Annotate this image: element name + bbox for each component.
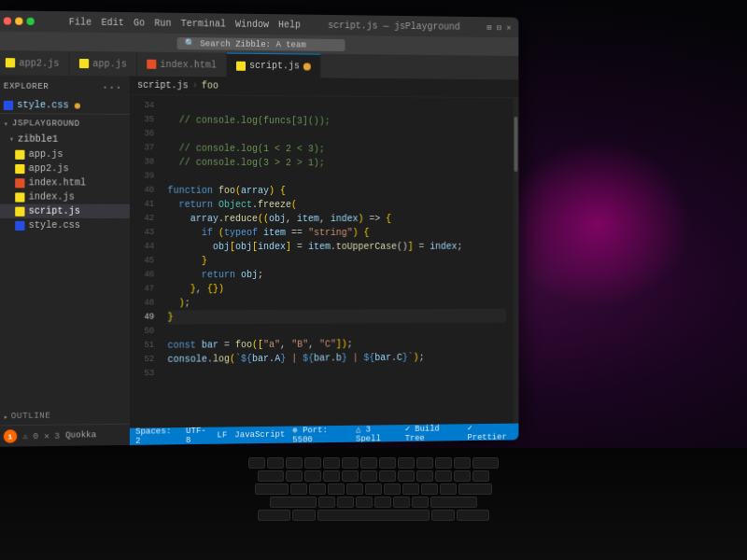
key-alt <box>292 510 316 521</box>
folder-zibble1[interactable]: ▾ zibble1 <box>0 131 130 147</box>
menu-terminal[interactable]: Terminal <box>181 18 226 29</box>
keyboard-row-3 <box>0 483 747 495</box>
keyboard-area <box>0 448 747 560</box>
html-icon <box>147 60 156 69</box>
line-num: 50 <box>130 325 160 339</box>
status-language[interactable]: JavaScript <box>234 430 285 441</box>
line-num: 38 <box>130 155 160 169</box>
notification-badge[interactable]: 1 <box>4 429 17 442</box>
key <box>360 470 377 482</box>
key <box>290 483 307 495</box>
line-num: 42 <box>130 212 160 226</box>
code-line-45: } <box>167 254 505 269</box>
sidebar-options-icon[interactable]: ··· <box>102 81 122 92</box>
scrollbar-thumb[interactable] <box>514 117 518 172</box>
search-input[interactable]: 🔍 Search Zibble: A team <box>177 36 345 50</box>
status-build-tree: ✓ Build Tree <box>405 423 460 443</box>
code-line-53 <box>167 364 505 381</box>
window-controls <box>4 17 35 25</box>
sidebar-bottom-bar: 1 ⚠ 0 ✕ 3 Quokka <box>0 424 130 447</box>
tab-app2js[interactable]: app2.js <box>0 50 70 76</box>
key <box>440 483 457 495</box>
sidebar: EXPLORER ··· style.css ▾ JSPLAYGROUND <box>0 75 130 446</box>
line-num: 41 <box>130 198 160 212</box>
line-num: 37 <box>130 141 160 155</box>
scrollbar[interactable] <box>514 98 519 423</box>
keyboard-row-1 <box>0 457 747 469</box>
key <box>454 457 471 469</box>
key <box>421 483 438 495</box>
sidebar-item-appjs[interactable]: app.js <box>0 147 130 162</box>
line-num: 40 <box>130 184 160 198</box>
sidebar-item-indexjs[interactable]: index.js <box>0 189 130 203</box>
key <box>255 483 289 495</box>
sidebar-item-indexhtml[interactable]: index.html <box>0 175 130 190</box>
sidebar-item-app2js[interactable]: app2.js <box>0 161 130 176</box>
code-line-42: array.reduce((obj, item, index) => { <box>167 212 505 226</box>
tab-scriptjs[interactable]: script.js <box>227 53 321 78</box>
menu-file[interactable]: File <box>69 17 92 27</box>
key-cmd <box>258 510 290 521</box>
key <box>286 457 303 469</box>
menu-go[interactable]: Go <box>134 18 145 28</box>
key <box>323 470 340 482</box>
menu-run[interactable]: Run <box>154 18 171 28</box>
close-button[interactable] <box>4 17 11 24</box>
menu-help[interactable]: Help <box>278 20 301 30</box>
js-icon <box>79 59 89 68</box>
status-prettier: ✓ Prettier <box>468 422 514 441</box>
key <box>304 470 321 482</box>
css-file-icon <box>4 100 13 109</box>
sidebar-item-scriptjs[interactable]: script.js <box>0 204 130 218</box>
code-line-40: function foo(array) { <box>167 184 505 199</box>
line-num: 51 <box>130 339 160 353</box>
js-icon <box>236 61 246 70</box>
key-return <box>458 483 492 495</box>
line-num-active: 49 <box>130 311 160 325</box>
key <box>379 470 396 482</box>
key <box>379 457 396 469</box>
chevron-right-icon: ▸ <box>4 413 8 421</box>
error-icon: ✕ 3 <box>44 430 60 441</box>
laptop-background: File Edit Go Run Terminal Window Help sc… <box>0 0 747 560</box>
menu-edit[interactable]: Edit <box>101 17 123 27</box>
js-file-icon <box>15 192 24 202</box>
key <box>472 457 499 469</box>
js-file-icon <box>15 206 24 216</box>
minimize-button[interactable] <box>15 18 22 25</box>
code-line-37: // console.log(1 < 2 < 3); <box>167 141 505 157</box>
code-line-47: }, {}) <box>167 281 505 296</box>
code-content[interactable]: // console.log(funcs[3]()); // console.l… <box>160 95 513 427</box>
line-num: 47 <box>130 282 160 296</box>
key-shift-right <box>430 497 477 508</box>
key <box>454 470 471 482</box>
key-shift-left <box>270 497 317 508</box>
key <box>374 497 391 508</box>
key <box>304 457 321 469</box>
outline-section[interactable]: ▸ OUTLINE <box>0 407 130 426</box>
status-line-ending: LF <box>217 430 227 440</box>
modified-dot <box>75 103 80 108</box>
line-num: 48 <box>130 296 160 310</box>
tab-indexhtml[interactable]: index.html <box>137 52 227 77</box>
key <box>416 470 433 482</box>
menu-window[interactable]: Window <box>235 19 269 29</box>
keyboard-row-2 <box>0 470 747 482</box>
tab-appjs[interactable]: app.js <box>70 51 137 77</box>
line-num: 36 <box>130 127 160 141</box>
line-num: 43 <box>130 226 160 240</box>
line-num: 53 <box>130 367 160 381</box>
status-encoding: UTF-8 <box>186 427 209 445</box>
code-line-41: return Object.freeze( <box>167 198 505 212</box>
line-num: 44 <box>130 240 160 254</box>
sidebar-item-stylecss-top[interactable]: style.css <box>0 98 130 115</box>
key-space <box>317 510 430 521</box>
code-editor[interactable]: 34 35 36 37 38 39 40 41 42 43 44 45 <box>130 95 518 428</box>
sidebar-item-stylecss[interactable]: style.css <box>0 218 130 232</box>
status-spaces: Spaces: 2 <box>135 427 178 445</box>
key <box>435 457 452 469</box>
maximize-button[interactable] <box>27 18 35 25</box>
workspace-title[interactable]: ▾ JSPLAYGROUND <box>0 116 130 132</box>
main-area: EXPLORER ··· style.css ▾ JSPLAYGROUND <box>0 75 518 446</box>
key <box>412 497 429 508</box>
